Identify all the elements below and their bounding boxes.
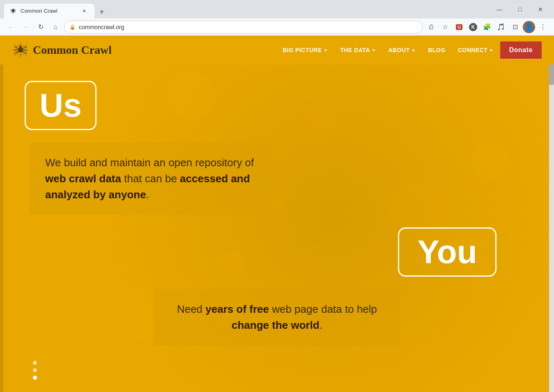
donate-button[interactable]: Donate bbox=[500, 41, 542, 59]
big-picture-chevron-icon: ▼ bbox=[324, 48, 328, 53]
browser-tabs: 🕷 Common Crawl ✕ + bbox=[4, 4, 108, 18]
you-box-container: You bbox=[25, 227, 529, 277]
about-chevron-icon: ▼ bbox=[411, 48, 416, 53]
you-desc-end: . bbox=[320, 319, 322, 331]
us-desc-end: . bbox=[146, 188, 149, 201]
window-controls: — □ ✕ bbox=[490, 3, 550, 19]
us-description-text: We build and maintain an open repository… bbox=[45, 155, 259, 203]
address-bar[interactable]: 🔒 commoncrawl.org bbox=[64, 21, 423, 34]
minimize-button[interactable]: — bbox=[490, 3, 509, 16]
tab-close-button[interactable]: ✕ bbox=[80, 7, 88, 15]
tab-favicon: 🕷 bbox=[11, 8, 17, 14]
you-desc-bold1: years of free bbox=[205, 303, 269, 315]
site-logo[interactable]: Common Crawl bbox=[12, 42, 112, 58]
you-label: You bbox=[417, 236, 477, 268]
site-title: Common Crawl bbox=[33, 44, 112, 57]
you-desc-bold2: change the world bbox=[232, 319, 320, 331]
dot-2[interactable] bbox=[33, 368, 37, 372]
home-button[interactable]: ⌂ bbox=[49, 21, 62, 33]
site-nav: BIG PICTURE ▼ THE DATA ▼ ABOUT ▼ BLOG CO… bbox=[277, 41, 542, 59]
nav-the-data[interactable]: THE DATA ▼ bbox=[334, 44, 382, 57]
website-content: Common Crawl BIG PICTURE ▼ THE DATA ▼ AB… bbox=[0, 36, 554, 392]
back-button[interactable]: ← bbox=[5, 21, 17, 33]
extension-k-button[interactable]: K bbox=[467, 21, 479, 33]
forward-button[interactable]: → bbox=[20, 21, 32, 33]
extension-security-button[interactable]: U bbox=[453, 21, 465, 33]
nav-blog[interactable]: BLOG bbox=[422, 44, 451, 57]
new-tab-button[interactable]: + bbox=[95, 6, 108, 18]
nav-connect[interactable]: CONNECT ▼ bbox=[452, 44, 499, 57]
dot-3[interactable] bbox=[33, 376, 37, 380]
connect-chevron-icon: ▼ bbox=[489, 48, 493, 53]
menu-button[interactable]: ⋮ bbox=[537, 21, 549, 33]
split-button[interactable]: ⊡ bbox=[509, 21, 521, 33]
bookmark-button[interactable]: ☆ bbox=[439, 21, 451, 33]
us-label: Us bbox=[39, 89, 81, 122]
you-desc-mid: web page data to help bbox=[269, 303, 377, 315]
you-desc-plain1: Need bbox=[177, 303, 205, 315]
nav-big-picture[interactable]: BIG PICTURE ▼ bbox=[277, 44, 333, 57]
you-description-text: Need years of free web page data to help… bbox=[170, 301, 384, 333]
spider-icon bbox=[12, 42, 29, 58]
browser-chrome: 🕷 Common Crawl ✕ + — □ ✕ ← → ↻ ⌂ 🔒 commo… bbox=[0, 0, 554, 36]
us-desc-plain1: We build and maintain an open repository… bbox=[45, 156, 254, 169]
close-button[interactable]: ✕ bbox=[531, 3, 550, 16]
toolbar-actions: ⎙ ☆ U K 🧩 🎵 ⊡ 👤 ⋮ bbox=[425, 21, 549, 33]
us-desc-mid: that can be bbox=[121, 172, 180, 185]
url-display: commoncrawl.org bbox=[79, 24, 417, 30]
hero-section: Us We build and maintain an open reposit… bbox=[0, 64, 554, 362]
active-tab[interactable]: 🕷 Common Crawl ✕ bbox=[4, 4, 94, 18]
you-box: You bbox=[398, 227, 497, 277]
extensions-button[interactable]: 🧩 bbox=[481, 21, 493, 33]
share-button[interactable]: ⎙ bbox=[425, 21, 437, 33]
browser-title-bar: 🕷 Common Crawl ✕ + — □ ✕ bbox=[0, 0, 554, 18]
pagination-dots bbox=[33, 361, 37, 380]
site-header: Common Crawl BIG PICTURE ▼ THE DATA ▼ AB… bbox=[0, 36, 554, 64]
svg-point-7 bbox=[19, 46, 22, 49]
us-section: Us bbox=[25, 81, 529, 130]
us-description-block: We build and maintain an open repository… bbox=[29, 142, 275, 215]
avatar-image: 👤 bbox=[524, 23, 533, 32]
profile-avatar[interactable]: 👤 bbox=[523, 21, 535, 33]
the-data-chevron-icon: ▼ bbox=[372, 48, 376, 53]
us-desc-bold1: web crawl data bbox=[45, 172, 121, 185]
nav-about[interactable]: ABOUT ▼ bbox=[382, 44, 421, 57]
maximize-button[interactable]: □ bbox=[510, 3, 529, 16]
refresh-button[interactable]: ↻ bbox=[34, 21, 47, 33]
cast-button[interactable]: 🎵 bbox=[495, 21, 507, 33]
tab-title: Common Crawl bbox=[21, 8, 57, 14]
us-box: Us bbox=[25, 81, 97, 130]
browser-toolbar: ← → ↻ ⌂ 🔒 commoncrawl.org ⎙ ☆ U K 🧩 🎵 ⊡ … bbox=[0, 18, 554, 36]
lock-icon: 🔒 bbox=[69, 24, 76, 30]
you-description-block: Need years of free web page data to help… bbox=[154, 289, 400, 346]
